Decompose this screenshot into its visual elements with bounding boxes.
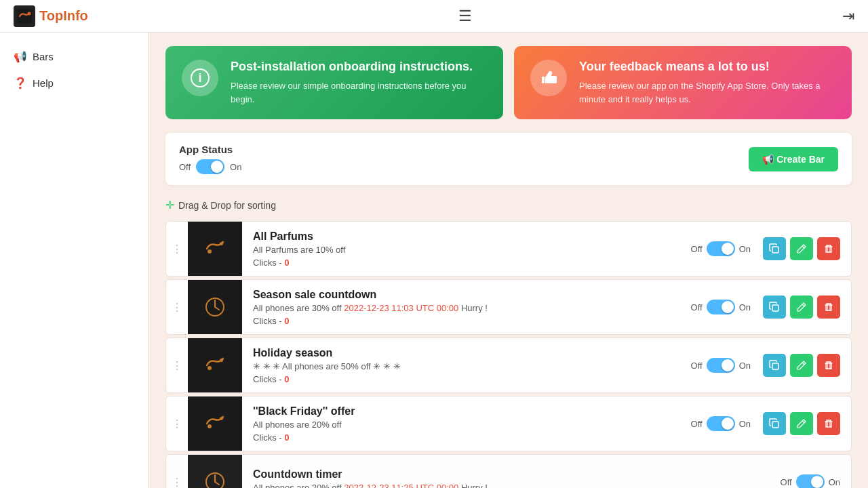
bar-desc-suffix-season: Hurry ! — [458, 303, 488, 313]
bar-toggle-black-friday[interactable] — [707, 416, 735, 431]
edit-btn-black-friday[interactable] — [790, 412, 813, 435]
bar-desc-all-parfums: All Parfums are 10% off — [253, 245, 669, 255]
copy-btn-black-friday[interactable] — [763, 412, 786, 435]
logo-icon — [14, 5, 35, 27]
app-status-card: App Status Off On 📢 Create Bar — [165, 133, 852, 185]
feedback-banner-icon — [530, 60, 567, 96]
banner-section: i Post-installation onboarding instructi… — [165, 46, 852, 119]
drag-handle-countdown-timer[interactable]: ⋮ — [166, 455, 188, 488]
bar-desc-prefix-season: All phones are 30% off — [253, 303, 344, 313]
bar-thumb-season-sale — [188, 280, 242, 334]
delete-btn-season-sale[interactable] — [817, 296, 840, 319]
bar-thumb-holiday-season — [188, 338, 242, 392]
svg-line-20 — [215, 482, 219, 485]
header: TopInfo ☰ ⇥ — [0, 0, 868, 33]
sidebar-item-help-label: Help — [33, 77, 54, 89]
bar-desc-season-sale: All phones are 30% off 2022-12-23 11:03 … — [253, 303, 669, 313]
logo-text: TopInfo — [39, 8, 88, 24]
svg-rect-13 — [772, 363, 778, 369]
delete-btn-black-friday[interactable] — [817, 412, 840, 435]
bar-info-countdown-timer: Countdown timer All phones are 20% off 2… — [242, 462, 770, 488]
bar-desc-countdown-timer: All phones are 20% off 2022-12-23 11:25 … — [253, 483, 759, 488]
bar-info-holiday-season: Holiday season ✳ ✳ ✳ All phones are 50% … — [242, 340, 680, 391]
copy-btn-season-sale[interactable] — [763, 296, 786, 319]
bar-toggle-row-countdown-timer: Off On — [781, 474, 840, 488]
svg-rect-10 — [772, 305, 778, 311]
copy-btn-holiday-season[interactable] — [763, 354, 786, 377]
drag-handle-season-sale[interactable]: ⋮ — [166, 280, 188, 334]
copy-btn-all-parfums[interactable] — [763, 237, 786, 260]
bar-controls-holiday-season: Off On — [680, 354, 851, 377]
svg-line-6 — [802, 246, 804, 248]
toggle-row: Off On — [179, 159, 241, 174]
logo: TopInfo — [14, 5, 88, 27]
feedback-banner-title: Your feedback means a lot to us! — [579, 60, 835, 74]
bar-toggle-season-sale[interactable] — [707, 300, 735, 314]
drag-handle-all-parfums[interactable]: ⋮ — [166, 222, 188, 276]
bar-thumb-black-friday — [188, 396, 242, 451]
layout: 📢 Bars ❓ Help i Post-installation onboar… — [0, 33, 868, 488]
bars-icon: 📢 — [14, 50, 27, 63]
create-bar-button[interactable]: 📢 Create Bar — [749, 147, 838, 171]
bar-item-season-sale: ⋮ Season sale countdown All phones are 3… — [165, 279, 852, 335]
edit-btn-holiday-season[interactable] — [790, 354, 813, 377]
delete-btn-holiday-season[interactable] — [817, 354, 840, 377]
bar-desc-prefix-countdown: All phones are 20% off — [253, 483, 344, 488]
bar-toggle-all-parfums[interactable] — [707, 241, 735, 256]
onboarding-banner[interactable]: i Post-installation onboarding instructi… — [165, 46, 503, 119]
delete-btn-all-parfums[interactable] — [817, 237, 840, 260]
bar-toggle-countdown-timer[interactable] — [796, 474, 825, 488]
app-status-toggle[interactable] — [196, 159, 224, 174]
svg-line-11 — [802, 304, 804, 306]
bar-item-black-friday: ⋮ ''Black Friday'' offer All phones are … — [165, 396, 852, 451]
bar-actions-season-sale — [763, 296, 840, 319]
bar-title-black-friday: ''Black Friday'' offer — [253, 405, 669, 418]
sidebar: 📢 Bars ❓ Help — [0, 33, 149, 488]
drag-hint-label: Drag & Drop for sorting — [178, 200, 276, 211]
bar-actions-all-parfums — [763, 237, 840, 260]
svg-text:i: i — [198, 71, 201, 85]
logout-icon[interactable]: ⇥ — [842, 7, 854, 25]
toggle-off-label: Off — [179, 162, 191, 172]
drag-hint: ✛ Drag & Drop for sorting — [165, 199, 852, 211]
bar-clicks-black-friday: Clicks - 0 — [253, 432, 669, 443]
bar-desc-holiday-season: ✳ ✳ ✳ All phones are 50% off ✳ ✳ ✳ — [253, 361, 669, 371]
bar-clicks-holiday-season: Clicks - 0 — [253, 374, 669, 384]
onboarding-banner-desc: Please review our simple onboarding inst… — [231, 79, 487, 106]
bar-title-all-parfums: All Parfums — [253, 230, 669, 243]
bar-desc-black-friday: All phones are 20% off — [253, 420, 669, 430]
bar-toggle-row-all-parfums: Off On — [691, 241, 751, 256]
onboarding-banner-icon: i — [182, 60, 218, 96]
onboarding-banner-title: Post-installation onboarding instruction… — [231, 60, 487, 74]
feedback-banner[interactable]: Your feedback means a lot to us! Please … — [514, 46, 852, 119]
bar-toggle-row-holiday-season: Off On — [691, 358, 751, 373]
bar-clicks-all-parfums: Clicks - 0 — [253, 258, 669, 268]
sidebar-item-help[interactable]: ❓ Help — [0, 70, 149, 96]
bar-toggle-holiday-season[interactable] — [707, 358, 735, 373]
help-icon: ❓ — [14, 77, 27, 89]
svg-point-12 — [208, 366, 212, 370]
drag-handle-holiday-season[interactable]: ⋮ — [166, 338, 188, 392]
bar-controls-black-friday: Off On — [680, 412, 851, 435]
svg-point-4 — [208, 249, 212, 253]
bar-toggle-row-season-sale: Off On — [691, 300, 751, 314]
svg-rect-16 — [772, 422, 778, 428]
bar-item-countdown-timer: ⋮ Countdown timer All phones are 20% off… — [165, 454, 852, 488]
svg-line-9 — [215, 307, 219, 310]
bar-actions-holiday-season — [763, 354, 840, 377]
bar-title-countdown-timer: Countdown timer — [253, 468, 759, 481]
bar-thumb-all-parfums — [188, 222, 242, 276]
bar-info-season-sale: Season sale countdown All phones are 30%… — [242, 282, 680, 333]
sidebar-item-bars-label: Bars — [33, 51, 54, 62]
bar-item-all-parfums: ⋮ All Parfums All Parfums are 10% off Cl… — [165, 221, 852, 277]
drag-handle-black-friday[interactable]: ⋮ — [166, 396, 188, 451]
edit-btn-season-sale[interactable] — [790, 296, 813, 319]
bar-toggle-on-all-parfums: On — [739, 244, 751, 254]
bar-list: ⋮ All Parfums All Parfums are 10% off Cl… — [165, 221, 852, 488]
edit-btn-all-parfums[interactable] — [790, 237, 813, 260]
app-status-label: App Status — [179, 144, 241, 155]
svg-rect-5 — [772, 247, 778, 253]
hamburger-icon[interactable]: ☰ — [458, 7, 472, 25]
bar-desc-highlight-season: 2022-12-23 11:03 UTC 00:00 — [344, 303, 458, 313]
sidebar-item-bars[interactable]: 📢 Bars — [0, 43, 149, 70]
